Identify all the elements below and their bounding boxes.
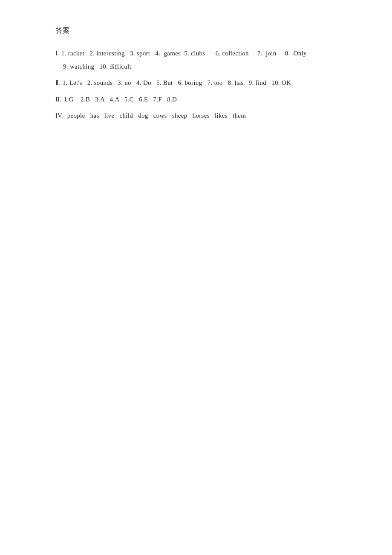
section-III: II. 1.G 2.B 3.A 4.A 5.C 6.E 7.F 8.D xyxy=(55,93,337,106)
section-II-line1: Ⅱ. 1. Let's 2. sounds 3. no 4. Do 5. But… xyxy=(55,77,337,89)
page-title: 答案 xyxy=(55,26,337,35)
section-IV-text-line1: people has live child dog cows sheep hor… xyxy=(66,110,246,122)
section-I-line1: Ⅰ. 1. racket 2. interesting 3. sport 4. … xyxy=(55,47,337,60)
section-IV-label: IV. xyxy=(55,110,63,122)
section-II: Ⅱ. 1. Let's 2. sounds 3. no 4. Do 5. But… xyxy=(55,77,337,89)
section-II-text-line1: 1. Let's 2. sounds 3. no 4. Do 5. But 6.… xyxy=(63,77,291,89)
page-container: 答案 Ⅰ. 1. racket 2. interesting 3. sport … xyxy=(55,26,337,122)
section-III-text-line1: 1.G 2.B 3.A 4.A 5.C 6.E 7.F 8.D xyxy=(64,93,177,106)
section-I-line2: 9. watching 10. difficult xyxy=(55,61,337,73)
section-III-label: II. xyxy=(55,93,61,106)
section-II-label: Ⅱ. xyxy=(55,77,60,89)
section-IV: IV. people has live child dog cows sheep… xyxy=(55,110,337,122)
section-I-text-line1: 1. racket 2. interesting 3. sport 4. gam… xyxy=(61,47,307,60)
section-I-text-line2: 9. watching 10. difficult xyxy=(63,61,131,73)
section-I: Ⅰ. 1. racket 2. interesting 3. sport 4. … xyxy=(55,47,337,72)
section-III-line1: II. 1.G 2.B 3.A 4.A 5.C 6.E 7.F 8.D xyxy=(55,93,337,106)
section-I-label: Ⅰ. xyxy=(55,47,59,60)
section-IV-line1: IV. people has live child dog cows sheep… xyxy=(55,110,337,122)
